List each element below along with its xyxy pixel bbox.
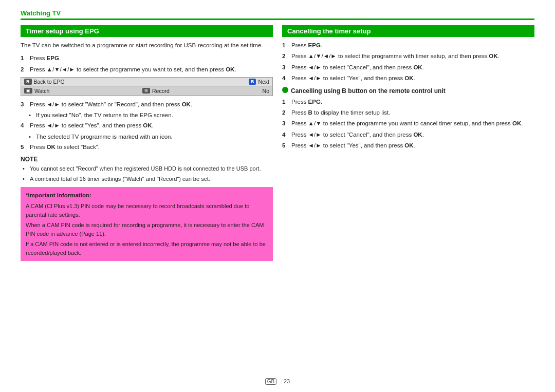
step-num: 5 — [282, 141, 289, 150]
step-num: 5 — [21, 143, 28, 152]
step-content: Press ▲/▼/◄/► to select the programme wi… — [291, 52, 534, 61]
step-3: 3 Press ◄/► to select "Watch" or "Record… — [21, 100, 273, 109]
bullet-dot: • — [23, 164, 28, 173]
step-content: Press ◄/► to select "Cancel", and then p… — [291, 130, 534, 139]
epg-back-item: R Back to EPG — [24, 79, 65, 85]
step-content: Press ◄/► to select "Watch" or "Record",… — [30, 100, 273, 109]
watch-icon: ▣ — [24, 88, 32, 94]
bullet-dot: • — [23, 175, 28, 183]
sub-step-2: 2 Press B to display the timer setup lis… — [282, 108, 534, 117]
step-num: 2 — [282, 108, 289, 117]
right-section-title: Cancelling the timer setup — [282, 25, 534, 37]
step-num: 1 — [282, 98, 289, 106]
bullet-text: If you select "No", the TV returns to th… — [36, 111, 173, 120]
step-num: 2 — [282, 52, 289, 61]
note-item-2: • A combined total of 16 timer settings … — [23, 175, 273, 183]
intro-text: The TV can be switched to a programme or… — [21, 41, 273, 50]
step-num: 1 — [21, 54, 28, 63]
epg-back-label: Back to EPG — [34, 79, 65, 85]
sub-step-5: 5 Press ◄/► to select "Yes", and then pr… — [282, 141, 534, 150]
step-4: 4 Press ◄/► to select "Yes", and then pr… — [21, 121, 273, 130]
step-2: 2 Press ▲/▼/◄/► to select the programme … — [21, 65, 273, 74]
step-content: Press EPG. — [30, 54, 273, 63]
step-5: 5 Press OK to select "Back". — [21, 143, 273, 152]
step-num: 2 — [21, 65, 28, 74]
step-content: Press EPG. — [291, 98, 534, 106]
step-num: 3 — [282, 63, 289, 72]
step-content: Press ◄/► to select "Cancel", and then p… — [291, 63, 534, 72]
b-button: B — [249, 79, 256, 85]
step-num: 4 — [21, 121, 28, 130]
step-content: Press ▲/▼/◄/► to select the programme yo… — [30, 65, 273, 74]
epg-record-item: ⊞ Record — [142, 88, 170, 94]
epg-record-label: Record — [152, 88, 170, 94]
left-column: Timer setup using EPG The TV can be swit… — [21, 25, 273, 261]
subsection-header: Cancelling using B button on the remote … — [282, 87, 534, 96]
epg-no-item: No — [263, 88, 269, 94]
important-title: *Important information: — [26, 191, 268, 200]
important-info-box: *Important information: A CAM (CI Plus v… — [21, 187, 273, 261]
step-content: Press ◄/► to select "Yes", and then pres… — [30, 121, 273, 130]
step-content: Press B to display the timer setup list. — [291, 108, 534, 117]
epg-no-label: No — [263, 88, 269, 94]
epg-top-bar: R Back to EPG B Next — [21, 78, 272, 86]
epg-watch-label: Watch — [34, 88, 49, 94]
bullet-2: • The selected TV programme is marked wi… — [29, 133, 273, 141]
important-text-2: When a CAM PIN code is required for reco… — [26, 221, 268, 238]
epg-next-label: Next — [258, 79, 269, 85]
note-label: NOTE — [21, 156, 273, 163]
gb-badge: GB — [265, 378, 276, 385]
left-section-title: Timer setup using EPG — [21, 25, 273, 37]
watching-tv-title: Watching TV — [21, 9, 534, 17]
bullet-text: The selected TV programme is marked with… — [36, 133, 173, 141]
green-circle-icon — [282, 87, 288, 93]
right-step-2: 2 Press ▲/▼/◄/► to select the programme … — [282, 52, 534, 61]
bullet-dot: • — [29, 133, 34, 141]
step-num: 1 — [282, 41, 289, 50]
epg-next-item: B Next — [249, 79, 269, 85]
right-step-3: 3 Press ◄/► to select "Cancel", and then… — [282, 63, 534, 72]
step-content: Press ◄/► to select "Yes", and then pres… — [291, 74, 534, 83]
subsection-title: Cancelling using B button on the remote … — [291, 87, 446, 96]
step-num: 3 — [282, 119, 289, 128]
epg-dialog-box: R Back to EPG B Next ▣ Watch ⊞ R — [21, 77, 273, 96]
note-text: You cannot select "Record" when the regi… — [30, 164, 261, 173]
bullet-1: • If you select "No", the TV returns to … — [29, 111, 273, 120]
right-step-4: 4 Press ◄/► to select "Yes", and then pr… — [282, 74, 534, 83]
record-icon: ⊞ — [142, 88, 150, 94]
step-content: Press OK to select "Back". — [30, 143, 273, 152]
sub-step-1: 1 Press EPG. — [282, 98, 534, 106]
note-item-1: • You cannot select "Record" when the re… — [23, 164, 273, 173]
epg-watch-item: ▣ Watch — [24, 88, 49, 94]
step-num: 3 — [21, 100, 28, 109]
sub-step-3: 3 Press ▲/▼ to select the programme you … — [282, 119, 534, 128]
page-footer: GB - 23 — [21, 378, 534, 385]
sub-step-4: 4 Press ◄/► to select "Cancel", and then… — [282, 130, 534, 139]
step-1: 1 Press EPG. — [21, 54, 273, 63]
right-step-1: 1 Press EPG. — [282, 41, 534, 50]
bullet-dot: • — [29, 111, 34, 120]
step-content: Press ◄/► to select "Yes", and then pres… — [291, 141, 534, 150]
step-num: 4 — [282, 74, 289, 83]
important-text-1: A CAM (CI Plus v1.3) PIN code may be nec… — [26, 202, 268, 219]
note-section: NOTE • You cannot select "Record" when t… — [21, 156, 273, 183]
step-num: 4 — [282, 130, 289, 139]
section-header-bar: Watching TV — [21, 9, 534, 20]
r-button: R — [24, 79, 32, 85]
step-content: Press ▲/▼ to select the programme you wa… — [291, 119, 534, 128]
step-content: Press EPG. — [291, 41, 534, 50]
page-number: - 23 — [280, 378, 290, 384]
note-text: A combined total of 16 timer settings ("… — [30, 175, 210, 183]
right-column: Cancelling the timer setup 1 Press EPG. … — [282, 25, 534, 261]
epg-bottom-bar: ▣ Watch ⊞ Record No — [21, 86, 272, 96]
important-text-3: If a CAM PIN code is not entered or is e… — [26, 240, 268, 257]
